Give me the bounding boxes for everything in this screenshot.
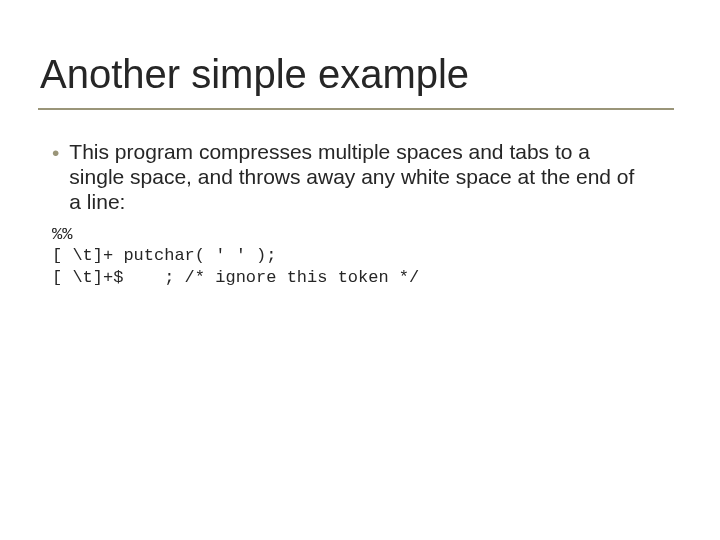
body-text: • This program compresses multiple space…	[52, 140, 648, 214]
slide: Another simple example • This program co…	[0, 0, 720, 540]
bullet-item: • This program compresses multiple space…	[52, 140, 648, 214]
code-line-2: [ \t]+ putchar( ' ' );	[52, 246, 276, 265]
code-line-3: [ \t]+$ ; /* ignore this token */	[52, 268, 419, 287]
bullet-marker: •	[52, 141, 59, 166]
code-line-1: %%	[52, 225, 72, 244]
title-underline	[38, 108, 674, 110]
slide-title: Another simple example	[40, 52, 469, 97]
bullet-text: This program compresses multiple spaces …	[69, 140, 648, 214]
code-block: %% [ \t]+ putchar( ' ' ); [ \t]+$ ; /* i…	[52, 224, 662, 288]
